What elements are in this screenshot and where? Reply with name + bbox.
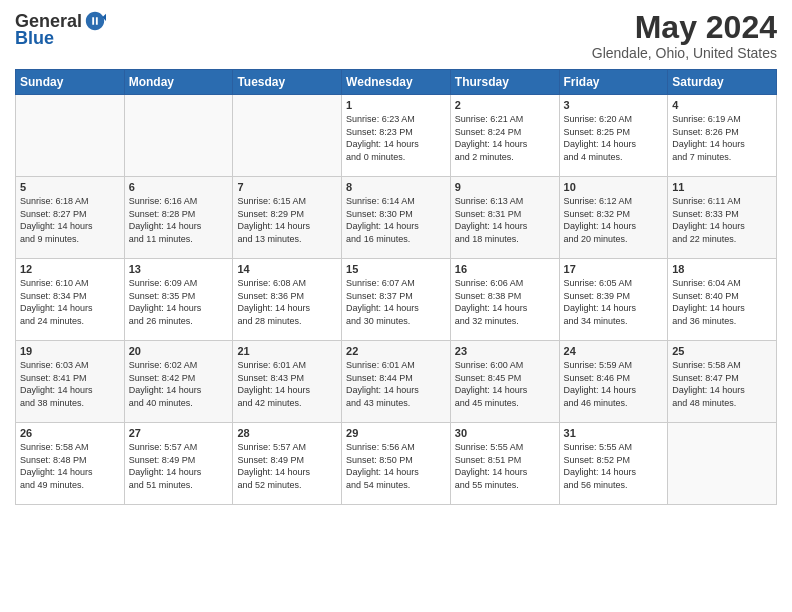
day-number: 6	[129, 181, 229, 193]
day-info: Sunrise: 6:12 AM Sunset: 8:32 PM Dayligh…	[564, 195, 664, 245]
day-info: Sunrise: 5:57 AM Sunset: 8:49 PM Dayligh…	[237, 441, 337, 491]
day-info: Sunrise: 5:55 AM Sunset: 8:52 PM Dayligh…	[564, 441, 664, 491]
header-day-friday: Friday	[559, 70, 668, 95]
day-info: Sunrise: 6:15 AM Sunset: 8:29 PM Dayligh…	[237, 195, 337, 245]
day-info: Sunrise: 5:56 AM Sunset: 8:50 PM Dayligh…	[346, 441, 446, 491]
calendar-cell: 24Sunrise: 5:59 AM Sunset: 8:46 PM Dayli…	[559, 341, 668, 423]
day-number: 30	[455, 427, 555, 439]
day-info: Sunrise: 6:18 AM Sunset: 8:27 PM Dayligh…	[20, 195, 120, 245]
calendar-cell	[16, 95, 125, 177]
day-info: Sunrise: 6:11 AM Sunset: 8:33 PM Dayligh…	[672, 195, 772, 245]
calendar-cell: 25Sunrise: 5:58 AM Sunset: 8:47 PM Dayli…	[668, 341, 777, 423]
calendar-cell	[124, 95, 233, 177]
day-number: 4	[672, 99, 772, 111]
calendar-cell: 1Sunrise: 6:23 AM Sunset: 8:23 PM Daylig…	[342, 95, 451, 177]
calendar-cell: 14Sunrise: 6:08 AM Sunset: 8:36 PM Dayli…	[233, 259, 342, 341]
day-info: Sunrise: 6:09 AM Sunset: 8:35 PM Dayligh…	[129, 277, 229, 327]
calendar-cell: 9Sunrise: 6:13 AM Sunset: 8:31 PM Daylig…	[450, 177, 559, 259]
header-day-sunday: Sunday	[16, 70, 125, 95]
day-number: 9	[455, 181, 555, 193]
day-info: Sunrise: 5:55 AM Sunset: 8:51 PM Dayligh…	[455, 441, 555, 491]
calendar-cell: 13Sunrise: 6:09 AM Sunset: 8:35 PM Dayli…	[124, 259, 233, 341]
day-number: 24	[564, 345, 664, 357]
calendar-cell: 11Sunrise: 6:11 AM Sunset: 8:33 PM Dayli…	[668, 177, 777, 259]
day-number: 7	[237, 181, 337, 193]
calendar-cell: 29Sunrise: 5:56 AM Sunset: 8:50 PM Dayli…	[342, 423, 451, 505]
calendar-cell: 21Sunrise: 6:01 AM Sunset: 8:43 PM Dayli…	[233, 341, 342, 423]
day-info: Sunrise: 6:14 AM Sunset: 8:30 PM Dayligh…	[346, 195, 446, 245]
header-day-tuesday: Tuesday	[233, 70, 342, 95]
day-info: Sunrise: 6:13 AM Sunset: 8:31 PM Dayligh…	[455, 195, 555, 245]
day-number: 12	[20, 263, 120, 275]
day-number: 29	[346, 427, 446, 439]
calendar-cell: 10Sunrise: 6:12 AM Sunset: 8:32 PM Dayli…	[559, 177, 668, 259]
day-info: Sunrise: 5:57 AM Sunset: 8:49 PM Dayligh…	[129, 441, 229, 491]
calendar-cell: 17Sunrise: 6:05 AM Sunset: 8:39 PM Dayli…	[559, 259, 668, 341]
day-info: Sunrise: 6:07 AM Sunset: 8:37 PM Dayligh…	[346, 277, 446, 327]
day-number: 18	[672, 263, 772, 275]
day-number: 14	[237, 263, 337, 275]
day-number: 17	[564, 263, 664, 275]
calendar-table: SundayMondayTuesdayWednesdayThursdayFrid…	[15, 69, 777, 505]
calendar-cell: 28Sunrise: 5:57 AM Sunset: 8:49 PM Dayli…	[233, 423, 342, 505]
day-number: 23	[455, 345, 555, 357]
calendar-header-row: SundayMondayTuesdayWednesdayThursdayFrid…	[16, 70, 777, 95]
day-number: 2	[455, 99, 555, 111]
week-row-3: 12Sunrise: 6:10 AM Sunset: 8:34 PM Dayli…	[16, 259, 777, 341]
day-info: Sunrise: 6:10 AM Sunset: 8:34 PM Dayligh…	[20, 277, 120, 327]
day-info: Sunrise: 6:16 AM Sunset: 8:28 PM Dayligh…	[129, 195, 229, 245]
logo-icon	[84, 10, 106, 32]
calendar-cell: 8Sunrise: 6:14 AM Sunset: 8:30 PM Daylig…	[342, 177, 451, 259]
calendar-cell: 16Sunrise: 6:06 AM Sunset: 8:38 PM Dayli…	[450, 259, 559, 341]
calendar-cell: 7Sunrise: 6:15 AM Sunset: 8:29 PM Daylig…	[233, 177, 342, 259]
calendar-cell: 26Sunrise: 5:58 AM Sunset: 8:48 PM Dayli…	[16, 423, 125, 505]
day-info: Sunrise: 5:58 AM Sunset: 8:47 PM Dayligh…	[672, 359, 772, 409]
calendar-cell: 19Sunrise: 6:03 AM Sunset: 8:41 PM Dayli…	[16, 341, 125, 423]
day-info: Sunrise: 6:04 AM Sunset: 8:40 PM Dayligh…	[672, 277, 772, 327]
day-info: Sunrise: 6:20 AM Sunset: 8:25 PM Dayligh…	[564, 113, 664, 163]
day-info: Sunrise: 5:59 AM Sunset: 8:46 PM Dayligh…	[564, 359, 664, 409]
day-info: Sunrise: 6:00 AM Sunset: 8:45 PM Dayligh…	[455, 359, 555, 409]
page-header: General Blue May 2024 Glendale, Ohio, Un…	[15, 10, 777, 61]
calendar-cell: 27Sunrise: 5:57 AM Sunset: 8:49 PM Dayli…	[124, 423, 233, 505]
logo-blue: Blue	[15, 28, 54, 49]
calendar-cell	[233, 95, 342, 177]
day-info: Sunrise: 6:01 AM Sunset: 8:44 PM Dayligh…	[346, 359, 446, 409]
week-row-1: 1Sunrise: 6:23 AM Sunset: 8:23 PM Daylig…	[16, 95, 777, 177]
calendar-cell: 22Sunrise: 6:01 AM Sunset: 8:44 PM Dayli…	[342, 341, 451, 423]
day-info: Sunrise: 6:19 AM Sunset: 8:26 PM Dayligh…	[672, 113, 772, 163]
title-block: May 2024 Glendale, Ohio, United States	[592, 10, 777, 61]
calendar-cell: 3Sunrise: 6:20 AM Sunset: 8:25 PM Daylig…	[559, 95, 668, 177]
calendar-cell: 15Sunrise: 6:07 AM Sunset: 8:37 PM Dayli…	[342, 259, 451, 341]
header-day-thursday: Thursday	[450, 70, 559, 95]
logo: General Blue	[15, 10, 106, 49]
day-number: 15	[346, 263, 446, 275]
day-info: Sunrise: 6:01 AM Sunset: 8:43 PM Dayligh…	[237, 359, 337, 409]
day-number: 8	[346, 181, 446, 193]
week-row-2: 5Sunrise: 6:18 AM Sunset: 8:27 PM Daylig…	[16, 177, 777, 259]
calendar-cell: 23Sunrise: 6:00 AM Sunset: 8:45 PM Dayli…	[450, 341, 559, 423]
calendar-cell: 6Sunrise: 6:16 AM Sunset: 8:28 PM Daylig…	[124, 177, 233, 259]
day-number: 3	[564, 99, 664, 111]
day-number: 31	[564, 427, 664, 439]
main-title: May 2024	[592, 10, 777, 45]
day-number: 22	[346, 345, 446, 357]
day-number: 20	[129, 345, 229, 357]
day-number: 10	[564, 181, 664, 193]
day-number: 26	[20, 427, 120, 439]
day-number: 13	[129, 263, 229, 275]
day-number: 5	[20, 181, 120, 193]
sub-title: Glendale, Ohio, United States	[592, 45, 777, 61]
day-info: Sunrise: 6:02 AM Sunset: 8:42 PM Dayligh…	[129, 359, 229, 409]
day-info: Sunrise: 6:08 AM Sunset: 8:36 PM Dayligh…	[237, 277, 337, 327]
day-info: Sunrise: 6:06 AM Sunset: 8:38 PM Dayligh…	[455, 277, 555, 327]
day-number: 28	[237, 427, 337, 439]
calendar-cell	[668, 423, 777, 505]
calendar-cell: 2Sunrise: 6:21 AM Sunset: 8:24 PM Daylig…	[450, 95, 559, 177]
calendar-cell: 4Sunrise: 6:19 AM Sunset: 8:26 PM Daylig…	[668, 95, 777, 177]
calendar-cell: 31Sunrise: 5:55 AM Sunset: 8:52 PM Dayli…	[559, 423, 668, 505]
day-info: Sunrise: 6:05 AM Sunset: 8:39 PM Dayligh…	[564, 277, 664, 327]
week-row-5: 26Sunrise: 5:58 AM Sunset: 8:48 PM Dayli…	[16, 423, 777, 505]
week-row-4: 19Sunrise: 6:03 AM Sunset: 8:41 PM Dayli…	[16, 341, 777, 423]
day-number: 16	[455, 263, 555, 275]
